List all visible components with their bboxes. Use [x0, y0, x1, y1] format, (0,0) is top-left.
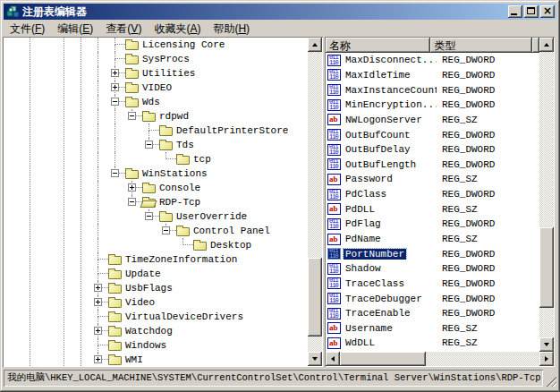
collapse-minus-box[interactable] — [128, 112, 136, 120]
menu-item-H[interactable]: 帮助(H) — [207, 21, 256, 38]
value-row[interactable]: TraceEnableREG_DWORD — [326, 306, 539, 321]
value-row[interactable]: PdNameREG_SZ — [326, 232, 539, 247]
tree-item-label[interactable]: Control Panel — [193, 226, 270, 237]
value-row[interactable]: OutBufDelayREG_DWORD — [326, 142, 539, 158]
tree-item-label[interactable]: Console — [159, 183, 200, 194]
list-horizontal-scrollbar[interactable] — [326, 352, 554, 366]
tree-item-label[interactable]: UserOverride — [176, 211, 247, 223]
tree-item-label[interactable]: Tds — [176, 140, 194, 151]
value-name-cell[interactable]: PdFlag — [326, 218, 437, 230]
value-name-cell[interactable]: PdName — [326, 234, 437, 245]
tree-item-label[interactable]: Wds — [142, 97, 160, 108]
value-row[interactable]: PdDLLREG_SZ — [326, 201, 539, 217]
value-name-cell[interactable]: OutBufCount — [326, 129, 437, 141]
tree-item-label[interactable]: UsbFlags — [125, 283, 173, 294]
expand-plus-box[interactable] — [94, 298, 102, 306]
value-name-cell[interactable]: PortNumber — [326, 248, 437, 260]
tree-vertical-scrollbar[interactable] — [308, 38, 322, 366]
value-name-cell[interactable]: MaxInstanceCount — [326, 84, 437, 96]
menu-item-F[interactable]: 文件(F) — [4, 21, 51, 38]
value-name-cell[interactable]: NWLogonServer — [326, 114, 437, 125]
resize-grip[interactable] — [545, 375, 556, 387]
value-row[interactable]: MaxIdleTimeREG_DWORD — [326, 68, 539, 83]
value-name-cell[interactable]: TraceDebugger — [326, 293, 437, 304]
tree-item-label[interactable]: VIDEO — [142, 82, 172, 94]
expand-plus-box[interactable] — [94, 355, 102, 363]
value-name-cell[interactable]: PdClass — [326, 189, 437, 200]
value-row[interactable]: PasswordREG_SZ — [326, 172, 539, 187]
tree-item-label[interactable]: Watchdog — [125, 326, 173, 337]
list-hscrollbar-thumb[interactable] — [340, 352, 426, 366]
value-name-cell[interactable]: TraceClass — [326, 277, 437, 289]
collapse-minus-box[interactable] — [128, 198, 136, 206]
minimize-button[interactable] — [508, 5, 522, 18]
tree-item-label[interactable]: TimeZoneInformation — [125, 254, 237, 266]
value-name-cell[interactable]: MaxDisconnect... — [326, 55, 437, 66]
menu-item-V[interactable]: 查看(V) — [99, 21, 148, 38]
column-header-name[interactable]: 名称 — [326, 38, 430, 53]
tree-item-label[interactable]: Utilities — [142, 68, 195, 80]
collapse-minus-box[interactable] — [111, 169, 119, 177]
value-row[interactable]: TraceClassREG_DWORD — [326, 277, 539, 292]
value-name-cell[interactable]: TraceEnable — [326, 308, 437, 320]
value-name-cell[interactable]: Password — [326, 174, 437, 185]
column-header-type[interactable]: 类型 — [430, 38, 532, 53]
value-name-cell[interactable]: OutBufLength — [326, 158, 437, 170]
close-button[interactable]: × — [540, 5, 555, 18]
value-name-cell[interactable]: PdDLL — [326, 203, 437, 215]
expand-plus-box[interactable] — [94, 327, 102, 335]
tree-item-label[interactable]: Desktop — [210, 240, 251, 251]
scroll-down-button[interactable] — [308, 352, 322, 366]
value-row[interactable]: TraceDebuggerREG_DWORD — [326, 291, 539, 306]
tree-item-label[interactable]: WMI — [125, 354, 143, 366]
value-row[interactable]: WdDLLREG_SZ — [326, 336, 539, 351]
menu-item-E[interactable]: 编辑(E) — [51, 21, 99, 38]
tree-item-label[interactable]: SysProcs — [142, 54, 190, 65]
tree-item-label[interactable]: tcp — [193, 154, 211, 166]
list-scrollbar-thumb[interactable] — [539, 227, 554, 308]
value-name-cell[interactable]: OutBufDelay — [326, 144, 437, 156]
collapse-minus-box[interactable] — [111, 98, 119, 106]
value-name-cell[interactable]: MaxIdleTime — [326, 69, 437, 81]
collapse-minus-box[interactable] — [145, 212, 153, 220]
value-row[interactable]: NWLogonServerREG_SZ — [326, 113, 539, 128]
tree-item-label[interactable]: WinStations — [142, 168, 208, 180]
collapse-minus-box[interactable] — [162, 226, 170, 234]
tree-item-label[interactable]: RDP-Tcp — [159, 197, 200, 209]
value-row[interactable]: PortNumberREG_DWORD — [326, 246, 539, 261]
value-row[interactable]: MinEncryption...REG_DWORD — [326, 98, 539, 113]
menu-item-A[interactable]: 收藏夹(A) — [148, 21, 207, 38]
collapse-minus-box[interactable] — [145, 141, 153, 149]
expand-plus-box[interactable] — [111, 69, 119, 77]
list-vertical-scrollbar[interactable] — [539, 38, 554, 352]
maximize-button[interactable] — [524, 5, 539, 18]
value-name-cell[interactable]: MinEncryption... — [326, 99, 437, 111]
value-row[interactable]: PdFlagREG_DWORD — [326, 217, 539, 232]
tree-item-label[interactable]: Licensing Core — [142, 39, 225, 51]
scroll-left-button[interactable] — [326, 352, 340, 366]
value-name-cell[interactable]: Shadow — [326, 263, 437, 275]
scroll-right-button[interactable] — [539, 352, 554, 366]
scroll-down-button[interactable] — [539, 337, 554, 352]
tree-item-label[interactable]: Windows — [125, 340, 166, 352]
tree-scrollbar-thumb[interactable] — [308, 258, 322, 337]
expand-plus-box[interactable] — [111, 83, 119, 91]
value-name-cell[interactable]: WdDLL — [326, 337, 437, 349]
tree-item-label[interactable]: DefaultPrinterStore — [176, 125, 288, 137]
scroll-up-button[interactable] — [308, 38, 322, 52]
tree-item-label[interactable]: VirtualDeviceDrivers — [125, 311, 243, 323]
value-row[interactable]: MaxInstanceCountREG_DWORD — [326, 82, 539, 98]
value-row[interactable]: ShadowREG_DWORD — [326, 261, 539, 277]
value-row[interactable]: MaxDisconnect...REG_DWORD — [326, 53, 539, 68]
value-row[interactable]: OutBufCountREG_DWORD — [326, 127, 539, 142]
value-row[interactable]: OutBufLengthREG_DWORD — [326, 157, 539, 172]
tree-item-label[interactable]: Video — [125, 297, 155, 309]
expand-plus-box[interactable] — [128, 183, 136, 192]
value-name-cell[interactable]: Username — [326, 322, 437, 334]
value-row[interactable]: UsernameREG_SZ — [326, 321, 539, 337]
tree-item-label[interactable]: Update — [125, 268, 161, 280]
tree-item-label[interactable]: rdpwd — [159, 111, 189, 123]
expand-plus-box[interactable] — [94, 284, 102, 292]
value-row[interactable]: PdClassREG_DWORD — [326, 187, 539, 202]
scroll-up-button[interactable] — [539, 38, 554, 52]
